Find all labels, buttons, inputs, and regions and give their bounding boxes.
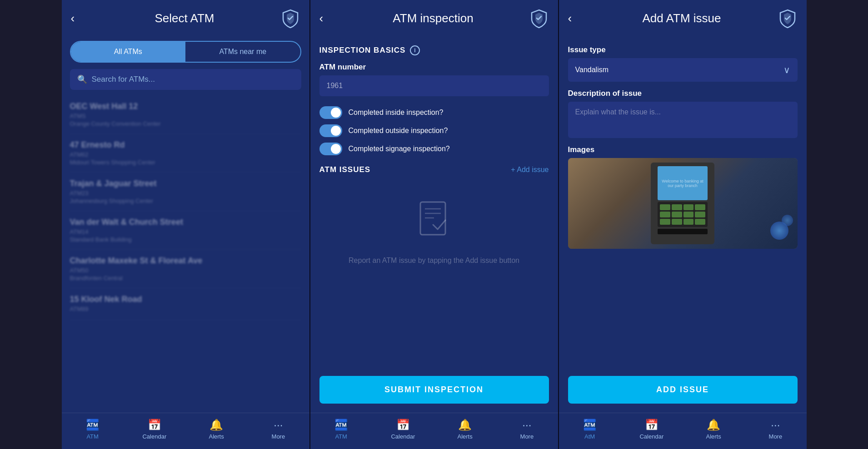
nav-item-more[interactable]: ··· More	[247, 419, 309, 442]
atm-keypad-visual	[658, 202, 708, 227]
alerts-nav-label: Alerts	[209, 433, 224, 440]
toggle-outside-switch[interactable]	[319, 124, 342, 137]
list-item[interactable]: OEC West Hall 12 ATMS Orange County Conv…	[70, 95, 301, 134]
atm-name: Trajan & Jaguar Street	[70, 179, 301, 188]
back-button[interactable]: ‹	[319, 11, 338, 25]
atm-location: Standard Bank Building	[70, 236, 301, 243]
list-item[interactable]: 47 Ernesto Rd ATM62 Midouri Towers Shopp…	[70, 134, 301, 173]
atm-photo: Welcome to banking at our party branch	[568, 158, 798, 249]
issue-type-field: Issue type Vandalism ∨	[568, 45, 798, 82]
toggle-inside-label: Completed inside inspection?	[349, 109, 444, 117]
atm-code: ATM23	[70, 190, 301, 197]
atm-nav-icon: 🏧	[334, 419, 348, 431]
nav-item-calendar[interactable]: 📅 Calendar	[621, 419, 683, 442]
bottom-navigation: 🏧 ATM 📅 Calendar 🔔 Alerts ··· More	[310, 413, 558, 449]
list-item[interactable]: Charlotte Maxeke St & Floreat Ave ATM50 …	[70, 250, 301, 288]
atm-number-label: ATM number	[319, 63, 549, 72]
alerts-nav-icon: 🔔	[210, 419, 223, 431]
atm-number-input[interactable]: 1961	[319, 75, 549, 96]
key	[695, 204, 705, 210]
more-nav-icon: ···	[522, 419, 531, 431]
calendar-nav-icon: 📅	[148, 419, 161, 431]
atm-name: OEC West Hall 12	[70, 102, 301, 111]
atm-location: Orange County Convention Center	[70, 120, 301, 127]
issues-section-header: ATM ISSUES + Add issue	[319, 165, 549, 174]
more-nav-icon: ···	[771, 419, 780, 431]
info-icon[interactable]: i	[410, 45, 420, 55]
images-label: Images	[568, 145, 798, 154]
description-input[interactable]: Explain what the issue is...	[568, 102, 798, 138]
nav-item-alerts[interactable]: 🔔 Alerts	[434, 419, 496, 442]
submit-inspection-button[interactable]: SUBMIT INSPECTION	[319, 376, 549, 404]
toggle-inside-switch[interactable]	[319, 106, 342, 119]
empty-issues-state: Report an ATM issue by tapping the Add i…	[319, 182, 549, 284]
atm-code: ATM50	[70, 267, 301, 274]
search-bar[interactable]: 🔍 Search for ATMs...	[70, 69, 301, 90]
nav-item-calendar[interactable]: 📅 Calendar	[124, 419, 185, 442]
issue-type-dropdown[interactable]: Vandalism ∨	[568, 58, 798, 82]
atm-image-container: Welcome to banking at our party branch	[568, 158, 798, 249]
alerts-nav-label: Alerts	[458, 433, 473, 440]
calendar-nav-label: Calendar	[391, 433, 415, 440]
screen-content: INSPECTION BASICS i ATM number 1961 Comp…	[310, 36, 558, 413]
atm-code: ATMS	[70, 113, 301, 119]
key	[672, 219, 682, 225]
nav-item-alerts[interactable]: 🔔 Alerts	[185, 419, 247, 442]
atm-nav-icon: 🏧	[583, 419, 597, 431]
key	[695, 212, 705, 217]
atm-card-slot	[658, 229, 708, 234]
add-issue-button[interactable]: ADD ISSUE	[568, 376, 798, 404]
toggle-signage-switch[interactable]	[319, 143, 342, 155]
screen-content: All ATMs ATMs near me 🔍 Search for ATMs.…	[62, 36, 309, 413]
atm-nav-label: AtM	[584, 433, 595, 440]
toggle-signage: Completed signage inspection?	[319, 140, 549, 158]
screen-atm-inspection: ‹ ATM inspection INSPECTION BASICS i ATM…	[310, 0, 558, 449]
key	[683, 219, 694, 225]
nav-item-atm[interactable]: 🏧 ATM	[310, 419, 372, 442]
key	[660, 204, 670, 210]
nav-item-more[interactable]: ··· More	[744, 419, 806, 442]
empty-issues-icon	[416, 200, 452, 248]
atm-machine-visual: Welcome to banking at our party branch	[651, 163, 714, 244]
more-nav-icon: ···	[274, 419, 283, 431]
issue-type-label: Issue type	[568, 45, 798, 54]
toggle-inside: Completed inside inspection?	[319, 104, 549, 122]
screen-content: Issue type Vandalism ∨ Description of is…	[559, 36, 807, 413]
key	[660, 219, 670, 225]
toggle-group: Completed inside inspection? Completed o…	[319, 104, 549, 158]
key	[683, 212, 694, 217]
atm-nav-icon: 🏧	[86, 419, 100, 431]
list-item[interactable]: Trajan & Jaguar Street ATM23 Johannesbur…	[70, 173, 301, 211]
header-add-issue: ‹ Add ATM issue	[559, 0, 807, 36]
header-inspection: ‹ ATM inspection	[310, 0, 558, 36]
add-issue-button[interactable]: + Add issue	[511, 166, 549, 174]
nav-item-alerts[interactable]: 🔔 Alerts	[683, 419, 744, 442]
atm-nav-label: ATM	[86, 433, 98, 440]
nav-item-atm[interactable]: 🏧 ATM	[62, 419, 124, 442]
atm-location: Midouri Towers Shopping Center	[70, 159, 301, 166]
tab-all-atms[interactable]: All ATMs	[71, 42, 186, 62]
more-nav-label: More	[769, 433, 783, 440]
back-button[interactable]: ‹	[71, 11, 89, 25]
page-title: Select ATM	[89, 11, 280, 25]
list-item[interactable]: 15 Kloof Nek Road ATM89	[70, 288, 301, 320]
alerts-nav-label: Alerts	[706, 433, 721, 440]
atm-name: Van der Walt & Church Street	[70, 217, 301, 227]
alerts-nav-icon: 🔔	[458, 419, 472, 431]
brand-logo	[280, 8, 300, 28]
page-title: ATM inspection	[338, 11, 529, 25]
atm-code: ATM62	[70, 151, 301, 158]
search-icon: 🔍	[77, 74, 87, 84]
nav-item-calendar[interactable]: 📅 Calendar	[372, 419, 434, 442]
brand-logo	[529, 8, 549, 28]
back-button[interactable]: ‹	[568, 11, 586, 25]
brand-logo	[778, 8, 798, 28]
header-select-atm: ‹ Select ATM	[62, 0, 309, 36]
tab-atms-near-me[interactable]: ATMs near me	[185, 42, 300, 62]
key	[660, 212, 670, 217]
key	[672, 212, 682, 217]
nav-item-atm[interactable]: 🏧 AtM	[559, 419, 621, 442]
atm-location: Brandfonten Central	[70, 275, 301, 281]
nav-item-more[interactable]: ··· More	[496, 419, 558, 442]
list-item[interactable]: Van der Walt & Church Street ATM14 Stand…	[70, 211, 301, 250]
